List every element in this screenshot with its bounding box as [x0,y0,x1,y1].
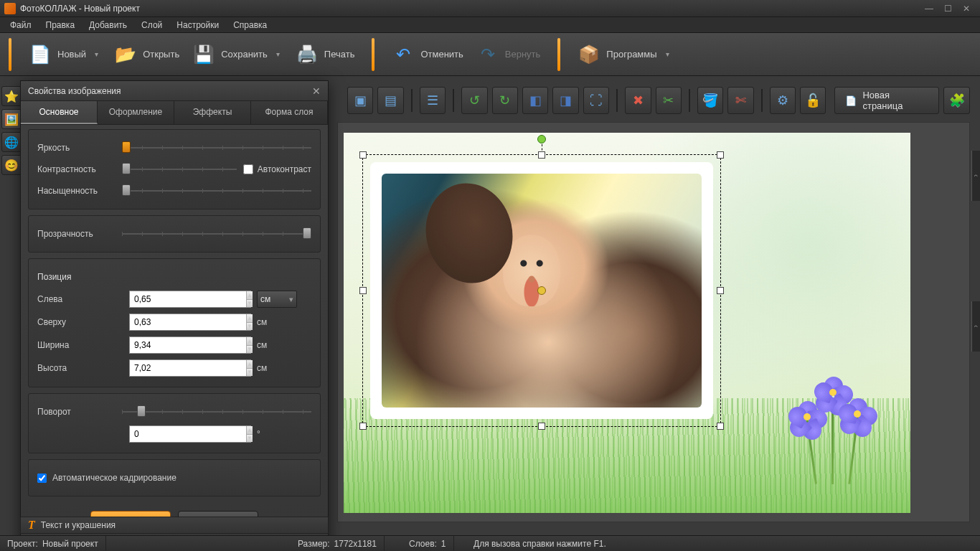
delete-icon[interactable]: ✖ [625,87,651,114]
page[interactable] [344,133,910,513]
left-input[interactable] [130,291,246,307]
menu-layer[interactable]: Слой [134,18,169,32]
bucket-icon[interactable]: 🪣 [697,87,723,114]
spin-up[interactable]: ▲ [247,314,253,323]
spin-up[interactable]: ▲ [247,426,253,435]
saturation-label: Насыщенность [37,186,116,196]
rotation-input[interactable] [130,426,246,442]
spin-down[interactable]: ▼ [247,300,253,308]
rotation-spinner[interactable]: ▲▼ [129,425,251,443]
autocrop-input[interactable] [37,474,47,483]
height-spinner[interactable]: ▲▼ [129,359,251,377]
page-thumbnails-collapsed-2[interactable]: ‹ [971,301,980,352]
flip-h-icon[interactable]: ◧ [522,87,548,114]
maximize-button[interactable]: ☐ [938,2,957,15]
chevron-down-icon[interactable]: ▾ [663,50,672,58]
open-button[interactable]: 📂 Открыть [108,40,185,69]
opacity-slider[interactable] [122,229,311,239]
resize-handle-n[interactable] [538,151,545,159]
contrast-slider[interactable] [122,164,237,174]
menu-add[interactable]: Добавить [82,18,134,32]
opacity-section: Прозрачность [28,215,321,253]
star-tool[interactable]: ⭐ [1,86,22,106]
dialog-titlebar[interactable]: Свойства изображения ✕ [21,81,328,101]
height-input[interactable] [130,360,246,376]
rotate-handle[interactable] [537,135,546,143]
menu-file[interactable]: Файл [3,18,39,32]
tab-effects[interactable]: Эффекты [174,101,251,124]
lock-icon[interactable]: 🔓 [800,87,826,114]
settings-icon[interactable]: ⚙ [770,87,796,114]
programs-button[interactable]: 📦 Программы ▾ [572,40,677,69]
left-spinner[interactable]: ▲▼ [129,291,251,308]
box-icon: 📦 [578,43,600,66]
undo-icon: ↶ [392,43,415,66]
rotate-right-icon[interactable]: ↻ [492,87,518,114]
chevron-down-icon[interactable]: ▾ [273,50,283,58]
saturation-slider[interactable] [122,186,311,196]
spin-down[interactable]: ▼ [247,435,253,443]
image-tool[interactable]: 🖼️ [1,109,22,129]
new-page-button[interactable]: 📄 Новая страница [834,87,939,114]
brightness-slider[interactable] [122,143,311,153]
width-spinner[interactable]: ▲▼ [129,336,251,354]
size-value: 1772x1181 [334,539,377,549]
redo-button[interactable]: ↷ Вернуть [471,40,547,69]
resize-handle-ne[interactable] [717,151,724,159]
menu-help[interactable]: Справка [226,18,274,32]
spin-up[interactable]: ▲ [247,291,253,300]
minimize-button[interactable]: ― [920,2,938,15]
tab-decor[interactable]: Оформление [98,101,174,124]
autocontrast-checkbox[interactable]: Автоконтраст [243,164,311,174]
spin-down[interactable]: ▼ [247,323,253,331]
spin-down[interactable]: ▼ [247,346,253,354]
resize-handle-sw[interactable] [359,423,367,430]
menu-edit[interactable]: Правка [39,18,83,32]
undo-button[interactable]: ↶ Отменить [386,40,468,69]
spin-down[interactable]: ▼ [247,369,253,377]
layer-back-icon[interactable]: ▤ [377,87,403,114]
tab-basic[interactable]: Основное [21,101,98,124]
tab-shape[interactable]: Форма слоя [251,101,328,124]
selected-layer[interactable] [362,154,721,427]
crop-icon[interactable]: ✂ [656,87,682,114]
spin-up[interactable]: ▲ [247,360,253,369]
unit-select[interactable]: см [257,291,297,308]
fit-icon[interactable]: ⛶ [583,87,609,114]
rotate-left-icon[interactable]: ↺ [461,87,487,114]
layer-front-icon[interactable]: ▣ [347,87,373,114]
separator [372,38,374,71]
spin-up[interactable]: ▲ [247,337,253,346]
resize-handle-w[interactable] [359,287,367,294]
print-button[interactable]: 🖨️ Печать [290,40,361,69]
align-icon[interactable]: ☰ [420,87,446,114]
save-button[interactable]: 💾 Сохранить ▾ [187,40,288,69]
page-settings-icon[interactable]: 🧩 [943,87,969,114]
center-point[interactable] [537,286,546,295]
globe-tool[interactable]: 🌐 [1,132,22,152]
menu-settings[interactable]: Настройки [169,18,226,32]
width-input[interactable] [130,337,246,353]
resize-handle-e[interactable] [717,287,724,294]
chevron-down-icon[interactable]: ▾ [92,50,101,58]
flip-v-icon[interactable]: ◨ [552,87,578,114]
rotation-slider[interactable] [122,407,311,417]
page-thumbnails-collapsed[interactable]: ‹ [971,151,980,201]
top-spinner[interactable]: ▲▼ [129,314,251,331]
autocontrast-input[interactable] [243,164,253,174]
smiley-tool[interactable]: 😊 [1,155,22,175]
status-project: Проект: Новый проект [0,536,106,551]
new-button[interactable]: 📄 Новый ▾ [23,40,107,69]
rotation-section: Поворот ▲▼ ° [28,393,321,453]
resize-handle-s[interactable] [538,423,545,430]
scissors-icon[interactable]: ✄ [727,87,753,114]
resize-handle-nw[interactable] [359,151,367,159]
autocontrast-label: Автоконтраст [258,164,311,174]
dialog-close-icon[interactable]: ✕ [312,85,321,97]
autocrop-checkbox[interactable]: Автоматическое кадрирование [37,467,311,489]
resize-handle-se[interactable] [717,423,724,430]
canvas[interactable] [337,122,970,522]
close-button[interactable]: ✕ [957,2,976,15]
top-input[interactable] [130,314,246,330]
text-decorations-panel[interactable]: T Текст и украшения [20,517,329,534]
